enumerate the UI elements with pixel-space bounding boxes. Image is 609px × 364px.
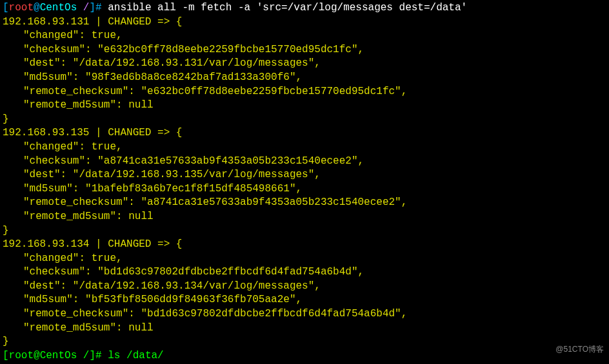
result-block-2: 192.168.93.134 | CHANGED => { "changed":… [3, 238, 606, 349]
prompt-line-1[interactable]: [root@CentOs /]# ansible all -m fetch -a… [3, 1, 606, 15]
command-text-2: ls /data/ [108, 350, 163, 361]
result-block-0: 192.168.93.131 | CHANGED => { "changed":… [3, 15, 606, 127]
prompt-line-2[interactable]: [root@CentOs /]# ls /data/ [3, 349, 606, 363]
result-block-1: 192.168.93.135 | CHANGED => { "changed":… [3, 126, 606, 238]
watermark: @51CTO博客 [555, 344, 604, 354]
terminal-output: [root@CentOs /]# ansible all -m fetch -a… [3, 1, 606, 363]
command-text: ansible all -m fetch -a 'src=/var/log/me… [108, 2, 467, 14]
